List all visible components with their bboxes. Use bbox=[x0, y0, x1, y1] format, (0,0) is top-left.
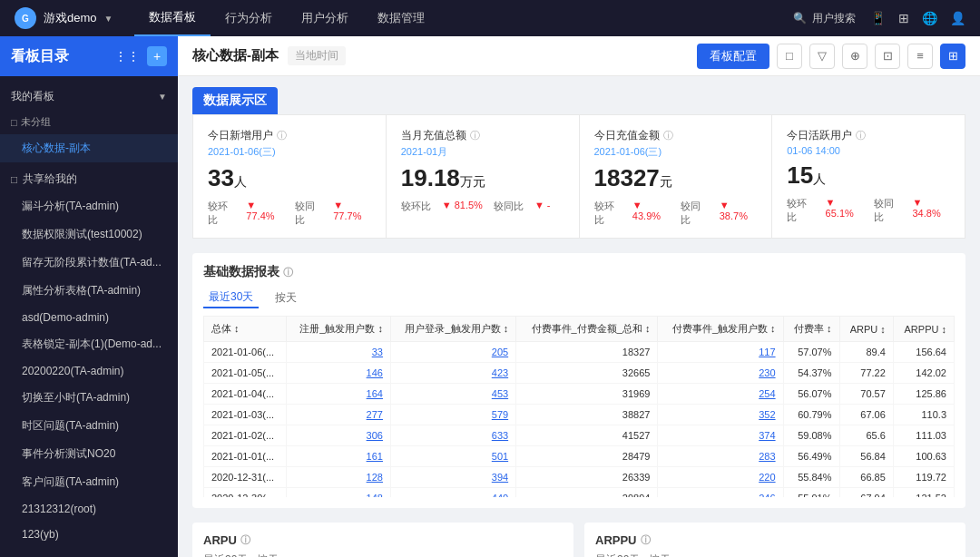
header-left: 核心数据-副本 当地时间 bbox=[192, 46, 346, 65]
reg-link[interactable]: 148 bbox=[367, 493, 383, 497]
save-button[interactable]: ⊡ bbox=[875, 44, 900, 69]
pay-users-link[interactable]: 220 bbox=[759, 472, 775, 483]
col-reg[interactable]: 注册_触发用户数 ↕ bbox=[287, 317, 391, 342]
reg-link[interactable]: 33 bbox=[372, 347, 383, 357]
pay-users-link[interactable]: 374 bbox=[759, 430, 775, 441]
export-button[interactable]: ⊞ bbox=[940, 44, 965, 69]
reg-link[interactable]: 161 bbox=[367, 451, 383, 462]
filter-by-day[interactable]: 按天 bbox=[270, 288, 302, 308]
grid-icon[interactable]: ⊞ bbox=[898, 11, 909, 25]
sidebar-item-core-data[interactable]: 核心数据-副本 bbox=[0, 134, 178, 162]
config-button[interactable]: 看板配置 bbox=[697, 44, 769, 69]
login-link[interactable]: 394 bbox=[492, 472, 508, 483]
col-arppu[interactable]: ARPPU ↕ bbox=[893, 317, 954, 342]
col-pay-amount[interactable]: 付费事件_付费金额_总和 ↕ bbox=[516, 317, 658, 342]
nav-item-data-mgmt[interactable]: 数据管理 bbox=[363, 0, 439, 36]
cell-arppu: 111.03 bbox=[893, 425, 954, 446]
sidebar-item-switch-hour[interactable]: 切换至小时(TA-admin) bbox=[0, 384, 178, 412]
kpi-card-active-users: 今日活跃用户 ⓘ 01-06 14:00 15人 较环比 ▼ 65.1% 较同比… bbox=[772, 115, 965, 238]
nav-item-behavior[interactable]: 行为分析 bbox=[211, 0, 287, 36]
arppu-chart-title: ARPPU ⓘ bbox=[595, 533, 955, 547]
sidebar-header: 看板目录 ⋮⋮ + bbox=[0, 36, 178, 76]
kpi-value-3: 15人 bbox=[787, 161, 950, 190]
sidebar-menu-icon[interactable]: ⋮⋮ bbox=[114, 49, 140, 64]
col-total[interactable]: 总体 ↕ bbox=[204, 317, 287, 342]
arpu-filter2[interactable]: 按天 bbox=[257, 552, 279, 557]
cell-login: 440 bbox=[390, 488, 515, 498]
pay-users-link[interactable]: 352 bbox=[759, 409, 775, 420]
col-arpu[interactable]: ARPU ↕ bbox=[839, 317, 893, 342]
sidebar-item-retention[interactable]: 留存无阶段累计数值(TA-ad... bbox=[0, 249, 178, 277]
reg-link[interactable]: 146 bbox=[367, 367, 383, 378]
white-mode-button[interactable]: □ bbox=[777, 44, 802, 69]
user-icon[interactable]: 👤 bbox=[950, 11, 965, 25]
sidebar-item-attribute[interactable]: 属性分析表格(TA-admin) bbox=[0, 277, 178, 305]
globe-icon[interactable]: 🌐 bbox=[922, 11, 937, 25]
col-rate[interactable]: 付费率 ↕ bbox=[783, 317, 839, 342]
shared-section-header[interactable]: □ 共享给我的 bbox=[0, 166, 178, 192]
login-link[interactable]: 440 bbox=[492, 493, 508, 497]
sidebar-item-timezone[interactable]: 时区问题(TA-admin) bbox=[0, 412, 178, 440]
sidebar-item-asd[interactable]: asd(Demo-admin) bbox=[0, 305, 178, 330]
cell-pay-amount: 29894 bbox=[516, 488, 658, 498]
cell-rate: 56.07% bbox=[783, 384, 839, 405]
sidebar-item-event-analysis[interactable]: 事件分析测试NO20 bbox=[0, 440, 178, 468]
arppu-filter1[interactable]: 最近30天 bbox=[595, 552, 640, 557]
table-head: 总体 ↕ 注册_触发用户数 ↕ 用户登录_触发用户数 ↕ 付费事件_付费金额_总… bbox=[204, 317, 955, 342]
pay-users-link[interactable]: 230 bbox=[759, 367, 775, 378]
login-link[interactable]: 423 bbox=[492, 367, 508, 378]
sidebar-item-funnel[interactable]: 漏斗分析(TA-admin) bbox=[0, 192, 178, 220]
app-dropdown-arrow[interactable]: ▼ bbox=[104, 14, 113, 24]
data-display-zone-label: 数据展示区 bbox=[192, 87, 278, 114]
sidebar-add-button[interactable]: + bbox=[147, 46, 167, 66]
arpu-filter1[interactable]: 最近30天 bbox=[203, 552, 248, 557]
nav-item-users[interactable]: 用户分析 bbox=[287, 0, 363, 36]
pay-users-link[interactable]: 246 bbox=[759, 493, 775, 497]
mobile-icon[interactable]: 📱 bbox=[870, 11, 886, 25]
sidebar-item-20200220[interactable]: 20200220(TA-admin) bbox=[0, 358, 178, 384]
login-link[interactable]: 453 bbox=[492, 388, 508, 399]
cell-date: 2021-01-01(... bbox=[204, 446, 287, 467]
my-board-header[interactable]: 我的看板 ▼ bbox=[0, 83, 178, 110]
sidebar-item-customer[interactable]: 客户问题(TA-admin) bbox=[0, 468, 178, 496]
kpi-title-monthly-charge: 当月充值总额 ⓘ bbox=[401, 128, 564, 143]
reg-link[interactable]: 128 bbox=[367, 472, 383, 483]
cell-pay-users: 254 bbox=[658, 384, 783, 405]
login-link[interactable]: 579 bbox=[492, 409, 508, 420]
pay-users-link[interactable]: 254 bbox=[759, 388, 775, 399]
reg-link[interactable]: 277 bbox=[367, 409, 383, 420]
shared-label: 共享给我的 bbox=[23, 171, 77, 187]
list-button[interactable]: ≡ bbox=[907, 44, 933, 69]
reg-link[interactable]: 164 bbox=[367, 388, 383, 399]
sidebar-item-data-permission[interactable]: 数据权限测试(test10002) bbox=[0, 220, 178, 249]
login-link[interactable]: 633 bbox=[492, 430, 508, 441]
login-link[interactable]: 501 bbox=[492, 451, 508, 462]
table-scroll-container[interactable]: 总体 ↕ 注册_触发用户数 ↕ 用户登录_触发用户数 ↕ 付费事件_付费金额_总… bbox=[203, 316, 955, 497]
nav-item-dashboard[interactable]: 数据看板 bbox=[134, 0, 211, 36]
kpi-value-1: 19.18万元 bbox=[401, 164, 564, 192]
arpu-chart-info-icon: ⓘ bbox=[240, 533, 250, 547]
search-button[interactable]: ⊕ bbox=[842, 44, 867, 69]
cell-date: 2021-01-02(... bbox=[204, 425, 287, 446]
cell-pay-amount: 41527 bbox=[516, 425, 658, 446]
col-pay-users[interactable]: 付费事件_触发用户数 ↕ bbox=[658, 317, 783, 342]
sidebar-item-21312312[interactable]: 21312312(root) bbox=[0, 496, 178, 522]
pay-users-link[interactable]: 117 bbox=[759, 347, 775, 357]
kpi-info-icon-1: ⓘ bbox=[470, 129, 480, 142]
user-search[interactable]: 🔍 用户搜索 bbox=[793, 11, 856, 26]
filter-30days[interactable]: 最近30天 bbox=[203, 288, 259, 308]
main-nav-menu: 数据看板 行为分析 用户分析 数据管理 bbox=[134, 0, 771, 36]
sidebar-item-123yb[interactable]: 123(yb) bbox=[0, 522, 178, 547]
folder-shared-icon: □ bbox=[11, 173, 17, 186]
reg-link[interactable]: 306 bbox=[367, 430, 383, 441]
filter-button[interactable]: ▽ bbox=[809, 44, 835, 69]
arppu-filter2[interactable]: 按天 bbox=[649, 552, 671, 557]
cell-reg: 164 bbox=[287, 384, 391, 405]
pay-users-link[interactable]: 283 bbox=[759, 451, 775, 462]
col-login[interactable]: 用户登录_触发用户数 ↕ bbox=[390, 317, 515, 342]
app-logo[interactable]: G 游戏demo ▼ bbox=[15, 7, 113, 29]
cell-arppu: 156.64 bbox=[893, 342, 954, 363]
sidebar-item-table-lock[interactable]: 表格锁定-副本(1)(Demo-ad... bbox=[0, 330, 178, 358]
table-header: 基础数据报表 ⓘ bbox=[203, 264, 955, 280]
login-link[interactable]: 205 bbox=[492, 347, 508, 357]
